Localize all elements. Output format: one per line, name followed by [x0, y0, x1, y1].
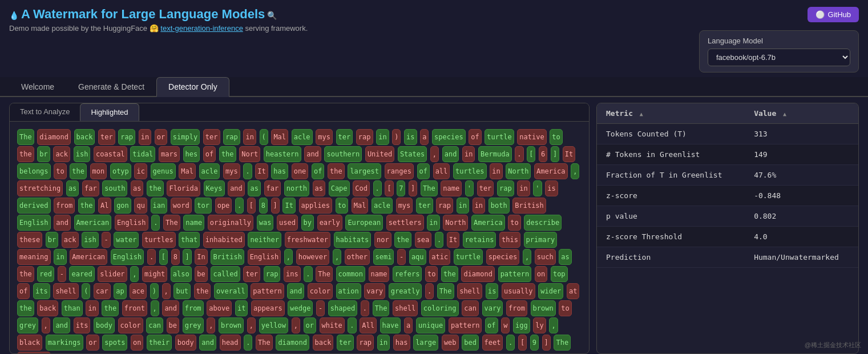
token: - [397, 249, 406, 265]
title-row: 💧 A Watermark for Large Language Models … [9, 7, 308, 22]
token: Keys [204, 180, 225, 196]
token: . [515, 146, 523, 162]
col-metric[interactable]: Metric ▲ [597, 103, 745, 124]
token: ' [465, 180, 474, 196]
token: The [421, 180, 438, 196]
token: top [551, 266, 568, 282]
token: - [316, 300, 325, 316]
table-row: PredictionHuman/Unwatermarked [597, 247, 858, 268]
token: head [220, 335, 241, 351]
token: in [139, 129, 151, 145]
page-title[interactable]: A Watermark for Large Language Models [21, 7, 265, 21]
token: these [17, 232, 42, 248]
token: to [550, 129, 562, 145]
token: . [425, 283, 434, 299]
token: native [517, 129, 546, 145]
token: species [432, 129, 466, 145]
token: settlers [386, 215, 424, 231]
token: bed [462, 335, 479, 351]
token: ter [98, 129, 115, 145]
token: - [102, 232, 110, 248]
table-row: z-score-0.848 [597, 186, 858, 206]
token: rap [223, 129, 240, 145]
hf-link[interactable]: text-generation-inference [160, 24, 243, 33]
table-row: # Tokens in Greenlist149 [597, 144, 858, 165]
token: , [523, 249, 531, 265]
token: other [345, 249, 370, 265]
token: or [86, 335, 99, 351]
token: of [485, 317, 498, 333]
token: ter [336, 129, 353, 145]
token: British [512, 198, 546, 214]
token: ] [542, 335, 551, 351]
token: white [320, 317, 345, 333]
token: this [499, 232, 520, 248]
token: ] [551, 146, 559, 162]
token: in [517, 180, 530, 196]
top-bar: 💧 A Watermark for Large Language Models … [0, 0, 868, 77]
token: , [42, 317, 50, 333]
sort-metric-icon: ▲ [640, 111, 643, 117]
token: ] [183, 249, 191, 265]
token: of [312, 163, 324, 179]
tab-welcome[interactable]: Welcome [9, 77, 66, 96]
token: usually [502, 283, 535, 299]
metric-value: 47.6% [745, 165, 858, 186]
token: ter [337, 335, 354, 351]
token: as [131, 180, 143, 196]
metric-value: 149 [745, 144, 858, 165]
token: , [151, 300, 159, 316]
token: mys [396, 198, 413, 214]
token: the [328, 163, 345, 179]
token: of [203, 146, 216, 162]
token: in [427, 215, 439, 231]
token: red [37, 266, 54, 282]
token: 7 [397, 180, 405, 196]
token: American [74, 215, 112, 231]
metric-name: Fraction of T in Greenlist [597, 165, 745, 186]
token: in [243, 129, 256, 145]
main-tabs: Welcome Generate & Detect Detector Only [0, 77, 868, 97]
token: than [62, 300, 83, 316]
token: in [86, 300, 98, 316]
token: . [151, 215, 160, 231]
token: web [442, 335, 459, 351]
token: that [179, 232, 200, 248]
token: body [94, 317, 115, 333]
tab-highlighted[interactable]: Highlighted [80, 103, 139, 121]
token: [ [247, 198, 256, 214]
token: the [17, 266, 34, 282]
metrics-table: Metric ▲ Value ▲ Tokens Counted (T)313# … [597, 103, 858, 268]
token: ( [82, 283, 90, 299]
tab-detector-only[interactable]: Detector Only [156, 77, 229, 97]
token: species [17, 352, 51, 353]
token: of [469, 129, 481, 145]
token: and [287, 283, 304, 299]
token: hes [183, 146, 200, 162]
metric-value: 4.0 [745, 227, 858, 247]
token: ack [53, 146, 70, 162]
token: English [248, 249, 281, 265]
token: . [373, 180, 382, 196]
tab-text-to-analyze[interactable]: Text to Analyze [10, 103, 80, 121]
token: from [506, 300, 527, 316]
token: name [441, 180, 462, 196]
token: color [118, 317, 143, 333]
github-button[interactable]: ⚪ GitHub [808, 7, 859, 22]
watermark: @稀土掘金技术社区 [805, 341, 861, 349]
token: overall [214, 283, 248, 299]
token: acle [372, 198, 393, 214]
col-value[interactable]: Value ▲ [745, 103, 858, 124]
token: can [462, 300, 479, 316]
token: car [94, 283, 111, 299]
token: . [304, 266, 312, 282]
token: shell [53, 283, 78, 299]
language-model-select[interactable]: facebook/opt-6.7bfacebook/opt-1.3bfacebo… [708, 49, 850, 66]
token: by [301, 215, 314, 231]
token: , [162, 283, 171, 299]
tab-generate-detect[interactable]: Generate & Detect [66, 77, 156, 96]
token: The [373, 300, 390, 316]
token: early [317, 215, 342, 231]
metric-name: z-score [597, 186, 745, 206]
token: , [207, 317, 215, 333]
